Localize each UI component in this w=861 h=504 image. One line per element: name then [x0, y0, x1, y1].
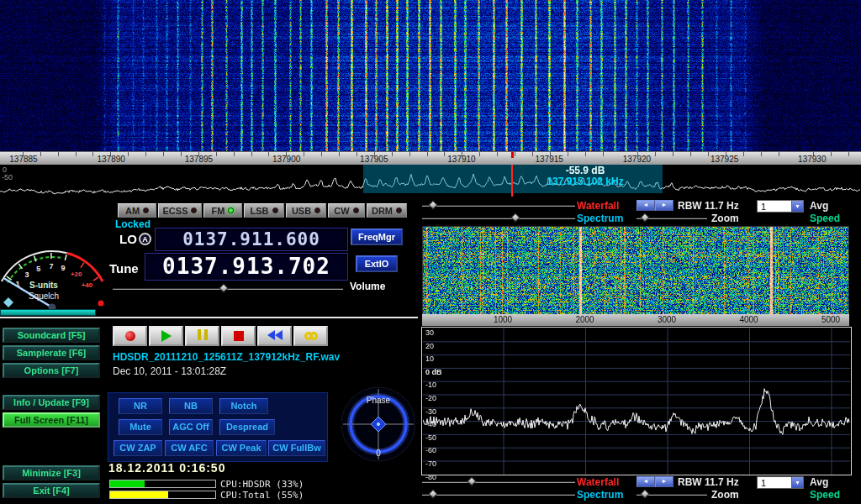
- waterfall-brightness-slider-track[interactable]: [422, 481, 575, 483]
- waterfall-brightness-slider[interactable]: [422, 202, 575, 210]
- dropdown-arrow-icon[interactable]: ▼: [791, 201, 803, 212]
- waterfall-brightness-slider-thumb[interactable]: [467, 476, 476, 486]
- dsp-button-cw-afc[interactable]: CW AFC: [165, 440, 214, 456]
- mode-button-label: AM: [125, 206, 140, 216]
- rf-spectrum-panel[interactable]: 3020100 dB-10-20-30-40-50-60-70-80: [421, 327, 852, 475]
- play-button[interactable]: [149, 326, 183, 346]
- spectrum-range-slider[interactable]: [422, 491, 575, 499]
- side-button-samplerate[interactable]: Samplerate [F6]: [3, 345, 100, 360]
- pause-button[interactable]: [185, 326, 219, 346]
- mode-button-ecss[interactable]: ECSS: [158, 203, 202, 218]
- dsp-button-cw-fullbw[interactable]: CW FullBw: [268, 440, 325, 456]
- tune-frequency-marker: [511, 152, 514, 158]
- mode-button-fm[interactable]: FM: [203, 203, 242, 218]
- play-icon: [161, 330, 172, 342]
- mode-button-usb[interactable]: USB: [286, 203, 326, 218]
- phase-center-dot: [377, 423, 380, 426]
- dropdown-arrow-icon[interactable]: ▼: [791, 477, 803, 488]
- spectrum-range-slider-thumb[interactable]: [510, 213, 520, 222]
- extio-button[interactable]: ExtIO: [356, 255, 398, 272]
- frequency-label: 137905: [360, 155, 388, 164]
- speed-dropdown[interactable]: 1▼: [757, 200, 804, 213]
- s-meter-tick-label: 9: [61, 264, 65, 272]
- controls-row-waterfall: Waterfall◄►RBW 11.7 Hz1▼Avg: [420, 200, 861, 212]
- frequency-label: 137885: [9, 155, 37, 164]
- waterfall-label: Waterfall: [577, 476, 619, 488]
- pause-icon: [196, 328, 209, 344]
- waterfall-brightness-slider-track[interactable]: [422, 205, 575, 207]
- rf-db-label: -30: [425, 407, 436, 416]
- record-icon: [125, 331, 135, 341]
- loop-button[interactable]: [293, 326, 328, 346]
- dsp-button-cw-zap[interactable]: CW ZAP: [114, 440, 162, 456]
- dsp-button-nb[interactable]: NB: [169, 398, 213, 414]
- speed-dropdown[interactable]: 1▼: [757, 476, 804, 489]
- rewind-button[interactable]: [257, 326, 292, 346]
- locked-status-label: Locked: [115, 218, 151, 230]
- shift-right-button[interactable]: ►: [655, 476, 673, 487]
- volume-label: Volume: [350, 281, 385, 292]
- side-button-soundcard[interactable]: Soundcard [F5]: [3, 328, 100, 343]
- stop-button[interactable]: [221, 326, 256, 346]
- volume-slider[interactable]: [113, 285, 343, 293]
- dsp-button-mute[interactable]: Mute: [119, 419, 162, 435]
- shift-left-button[interactable]: ◄: [637, 476, 655, 487]
- side-button-options[interactable]: Options [F7]: [3, 363, 100, 378]
- mode-button-label: USB: [292, 206, 311, 216]
- side-button-full[interactable]: Full Screen [F11]: [3, 412, 100, 428]
- cursor-readout: -55.9 dB 137.915.102 kHz: [501, 165, 669, 187]
- dsp-button-nr[interactable]: NR: [119, 398, 162, 414]
- spectrum-range-slider-track[interactable]: [422, 494, 575, 496]
- waterfall-brightness-slider[interactable]: [422, 478, 575, 486]
- lo-frequency-display[interactable]: 0137.911.600: [155, 228, 348, 251]
- shift-right-button[interactable]: ►: [655, 200, 673, 211]
- side-button-info[interactable]: Info / Update [F9]: [3, 395, 100, 410]
- zoom-slider[interactable]: [637, 491, 707, 499]
- mode-led-am: [143, 207, 149, 213]
- side-button-minimize[interactable]: Minimize [F3]: [3, 465, 100, 480]
- rf-waterfall-display[interactable]: [422, 226, 849, 315]
- vfo-a-badge[interactable]: A: [139, 233, 151, 245]
- squelch-indicator-led: [98, 301, 104, 307]
- transport-button-row: [113, 326, 328, 346]
- main-spectrum-strip[interactable]: 0 -50 -55.9 dB 137.915.102 kHz: [0, 165, 861, 197]
- zoom-slider[interactable]: [637, 214, 707, 223]
- mode-button-label: LSB: [251, 206, 269, 216]
- zoom-label: Zoom: [711, 489, 739, 501]
- spectrum-range-slider[interactable]: [422, 214, 575, 223]
- tune-frequency-display[interactable]: 0137.913.702: [145, 253, 348, 281]
- mode-led-lsb: [272, 207, 278, 213]
- dsp-button-notch[interactable]: Notch: [219, 398, 268, 414]
- waterfall-brightness-slider-thumb[interactable]: [428, 200, 437, 209]
- spectrum-range-slider-track[interactable]: [422, 218, 575, 219]
- rf-spectrum-trace[interactable]: [423, 328, 850, 475]
- mode-button-am[interactable]: AM: [118, 203, 156, 218]
- frequency-scale[interactable]: 1378851378901378951379001379051379101379…: [0, 151, 861, 165]
- display-controls-top: Waterfall◄►RBW 11.7 Hz1▼AvgSpectrumZoomS…: [420, 200, 861, 225]
- dsp-button-cw-peak[interactable]: CW Peak: [216, 440, 267, 456]
- rf-frequency-scale[interactable]: 10002000300040005000: [422, 314, 849, 326]
- side-button-exit[interactable]: Exit [F4]: [3, 483, 100, 498]
- zoom-slider-thumb[interactable]: [640, 489, 649, 498]
- mode-led-fm: [228, 207, 234, 213]
- rf-db-label: -20: [425, 394, 436, 402]
- speed-label: Speed: [810, 489, 840, 501]
- rf-frequency-label: 3000: [658, 315, 676, 324]
- frequency-manager-button[interactable]: FreqMgr: [351, 228, 403, 245]
- mode-button-lsb[interactable]: LSB: [244, 203, 284, 218]
- mode-button-cw[interactable]: CW: [328, 203, 365, 218]
- mode-button-drm[interactable]: DRM: [367, 203, 407, 218]
- rf-db-label: -40: [425, 420, 436, 428]
- volume-slider-thumb[interactable]: [219, 283, 228, 292]
- dsp-button-agc-off[interactable]: AGC Off: [169, 419, 213, 435]
- record-button[interactable]: [113, 326, 147, 346]
- rf-db-label: 0 dB: [425, 368, 442, 376]
- db-scale-label: -50: [2, 173, 13, 181]
- main-waterfall-display[interactable]: [0, 0, 861, 151]
- frequency-label: 137890: [98, 155, 125, 164]
- zoom-slider-thumb[interactable]: [640, 213, 649, 222]
- s-meter-tick-label: +20: [71, 270, 82, 278]
- dsp-button-despread[interactable]: Despread: [219, 419, 275, 435]
- shift-left-button[interactable]: ◄: [637, 200, 655, 211]
- spectrum-range-slider-thumb[interactable]: [428, 489, 437, 498]
